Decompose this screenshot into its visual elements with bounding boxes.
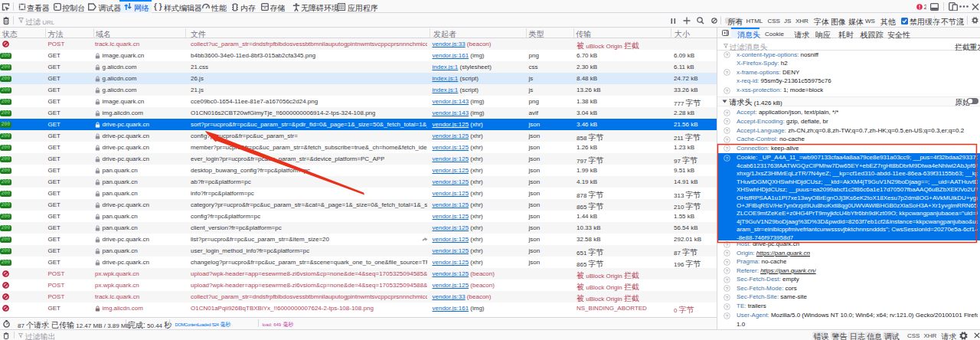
svg-text:?: ? bbox=[726, 119, 729, 124]
svg-text:?: ? bbox=[726, 129, 729, 133]
svg-text:?: ? bbox=[726, 53, 729, 57]
svg-text:?: ? bbox=[726, 242, 729, 247]
svg-text:?: ? bbox=[726, 304, 729, 309]
svg-text:?: ? bbox=[726, 269, 729, 273]
svg-text:?: ? bbox=[726, 251, 729, 256]
svg-text:?: ? bbox=[726, 110, 729, 115]
svg-text:?: ? bbox=[726, 146, 729, 151]
svg-text:?: ? bbox=[726, 295, 729, 299]
svg-text:2: 2 bbox=[923, 4, 926, 10]
svg-text:?: ? bbox=[726, 313, 729, 318]
svg-text:?: ? bbox=[726, 260, 729, 264]
svg-text:?: ? bbox=[726, 155, 729, 160]
svg-text:?: ? bbox=[726, 277, 729, 282]
svg-text:?: ? bbox=[726, 70, 729, 75]
svg-text:?: ? bbox=[726, 286, 729, 291]
svg-text:?: ? bbox=[726, 88, 729, 93]
svg-text:?: ? bbox=[726, 137, 729, 142]
